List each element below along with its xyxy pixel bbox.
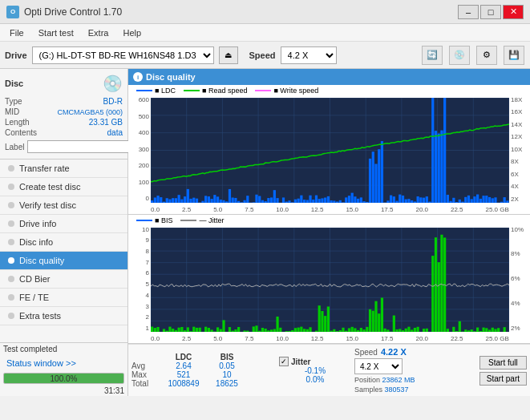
position-value: 23862 MB (382, 376, 415, 384)
menu-bar: File Start test Extra Help (0, 24, 530, 42)
disc-section-title: Disc (5, 79, 23, 88)
stats-table: LDC BIS Avg 2.64 0.05 Max 521 10 Total 1… (131, 353, 276, 388)
settings-button[interactable]: ⚙ (476, 46, 497, 65)
nav-dot-cd-bier (8, 276, 14, 282)
title-bar: O Opti Drive Control 1.70 – □ ✕ (0, 0, 530, 24)
stats-avg-row: Avg 2.64 0.05 (131, 361, 276, 370)
start-part-button[interactable]: Start part (479, 372, 527, 386)
progress-text: 100.0% (4, 374, 123, 384)
chart2-legend: ■ BIS — Jitter (128, 215, 530, 226)
sidebar: Disc 💿 Type BD-R MID CMCMAGBA5 (000) Len… (0, 69, 128, 396)
start-full-button[interactable]: Start full (479, 356, 527, 370)
stats-header-row: LDC BIS (131, 353, 276, 361)
main-area: Disc 💿 Type BD-R MID CMCMAGBA5 (000) Len… (0, 69, 530, 396)
nav-dot-disc-quality (8, 257, 14, 264)
nav-dot-verify-test-disc (8, 202, 14, 208)
chart1-legend: ■ LDC ■ Read speed ■ Write speed (128, 85, 530, 96)
jitter-avg: -0.1% (279, 366, 351, 375)
chart-info-icon: i (133, 72, 143, 82)
speed-row: Speed 4.22 X (354, 347, 415, 357)
samples-value: 380537 (385, 386, 409, 394)
app-icon: O (6, 6, 19, 18)
refresh-button[interactable]: 🔄 (422, 46, 443, 65)
avg-bis: 0.05 (207, 361, 247, 370)
max-label: Max (131, 370, 160, 379)
disc-panel: Disc 💿 Type BD-R MID CMCMAGBA5 (000) Len… (0, 69, 127, 160)
sidebar-item-cd-bier[interactable]: CD Bier (0, 270, 127, 289)
sidebar-item-extra-tests[interactable]: Extra tests (0, 307, 127, 325)
nav-list: Transfer rateCreate test discVerify test… (0, 160, 127, 325)
chart1-x-axis: 0.0 2.5 5.0 7.5 10.0 12.5 15.0 17.5 20.0… (151, 205, 509, 214)
sidebar-item-drive-info[interactable]: Drive info (0, 215, 127, 233)
action-buttons: Start full Start part (479, 356, 527, 386)
disc-button[interactable]: 💿 (449, 46, 470, 65)
speed-label: Speed (249, 50, 276, 60)
menu-help[interactable]: Help (116, 26, 148, 39)
stats-area: LDC BIS Avg 2.64 0.05 Max 521 10 Total 1… (128, 344, 530, 396)
stats-max-row: Max 521 10 (131, 370, 276, 379)
type-value: BD-R (103, 97, 123, 106)
jitter-max: 0.0% (279, 375, 351, 384)
legend-jitter: — Jitter (199, 216, 224, 224)
stats-speed-dropdown[interactable]: 4.2 X (354, 358, 403, 374)
speed-section: Speed 4.22 X 4.2 X Position 23862 MB Sam… (354, 347, 415, 394)
status-window-button[interactable]: Status window >> (0, 355, 127, 371)
nav-label-disc-quality: Disc quality (19, 256, 64, 265)
nav-label-transfer-rate: Transfer rate (19, 164, 70, 173)
status-text: Test completed (0, 343, 127, 355)
chart1-y-left: 600 500 400 300 200 100 0 (128, 96, 151, 203)
nav-dot-fe-te (8, 294, 14, 301)
max-bis: 10 (207, 370, 247, 379)
avg-ldc: 2.64 (160, 361, 207, 370)
nav-label-drive-info: Drive info (19, 219, 56, 228)
speed-select[interactable]: 4.2 X (281, 46, 337, 64)
sidebar-item-disc-quality[interactable]: Disc quality (0, 252, 127, 270)
legend-bis: ■ BIS (155, 216, 172, 224)
sidebar-item-verify-test-disc[interactable]: Verify test disc (0, 196, 127, 215)
stats-bis-header: BIS (207, 353, 247, 361)
eject-button[interactable]: ⏏ (219, 46, 238, 64)
contents-value: data (107, 128, 123, 137)
stats-total-row: Total 1008849 18625 (131, 379, 276, 388)
close-button[interactable]: ✕ (503, 5, 524, 19)
chart-header: i Disc quality (128, 69, 530, 85)
chart1-y-right: 18X 16X 14X 12X 10X 8X 6X 4X 2X (509, 96, 530, 203)
nav-label-verify-test-disc: Verify test disc (19, 200, 76, 210)
nav-label-fe-te: FE / TE (19, 293, 49, 302)
menu-file[interactable]: File (3, 26, 30, 39)
menu-extra[interactable]: Extra (82, 26, 115, 39)
drive-bar: Drive (G:) HL-DT-ST BD-RE WH16NS48 1.D3 … (0, 42, 530, 69)
maximize-button[interactable]: □ (480, 5, 501, 19)
sidebar-item-create-test-disc[interactable]: Create test disc (0, 178, 127, 196)
chart2-x-axis: 0.0 2.5 5.0 7.5 10.0 12.5 15.0 17.5 20.0… (151, 334, 509, 343)
save-button[interactable]: 💾 (504, 46, 524, 65)
sidebar-item-disc-info[interactable]: Disc info (0, 233, 127, 252)
nav-dot-drive-info (8, 220, 14, 227)
nav-label-cd-bier: CD Bier (19, 274, 51, 284)
chart2-y-left: 10 9 8 7 6 5 4 3 2 1 (128, 226, 151, 333)
mid-value: CMCMAGBA5 (000) (57, 108, 123, 116)
legend-read: ■ Read speed (202, 87, 247, 95)
speed-text-label: Speed (354, 348, 378, 357)
max-ldc: 521 (160, 370, 207, 379)
label-key: Label (5, 143, 24, 151)
menu-start-test[interactable]: Start test (32, 26, 80, 39)
chart2-graph: 10 9 8 7 6 5 4 3 2 1 10% 8% 6% 4% (128, 226, 530, 344)
samples-label: Samples (354, 386, 382, 394)
jitter-checkbox[interactable]: ✓ (279, 357, 289, 366)
avg-label: Avg (131, 361, 160, 370)
chart1-area: ■ LDC ■ Read speed ■ Write speed 600 500… (128, 85, 530, 215)
nav-dot-disc-info (8, 239, 14, 245)
mid-label: MID (5, 107, 19, 116)
sidebar-item-fe-te[interactable]: FE / TE (0, 289, 127, 307)
minimize-button[interactable]: – (458, 5, 479, 19)
total-label: Total (131, 379, 160, 388)
nav-label-create-test-disc: Create test disc (19, 182, 80, 192)
total-ldc: 1008849 (160, 379, 207, 388)
jitter-label: Jitter (291, 357, 310, 366)
label-input[interactable] (27, 140, 134, 153)
content-area: i Disc quality ■ LDC ■ Read speed ■ Writ… (128, 69, 530, 396)
stats-blank (131, 353, 160, 361)
sidebar-item-transfer-rate[interactable]: Transfer rate (0, 160, 127, 178)
drive-select[interactable]: (G:) HL-DT-ST BD-RE WH16NS48 1.D3 (32, 46, 214, 64)
